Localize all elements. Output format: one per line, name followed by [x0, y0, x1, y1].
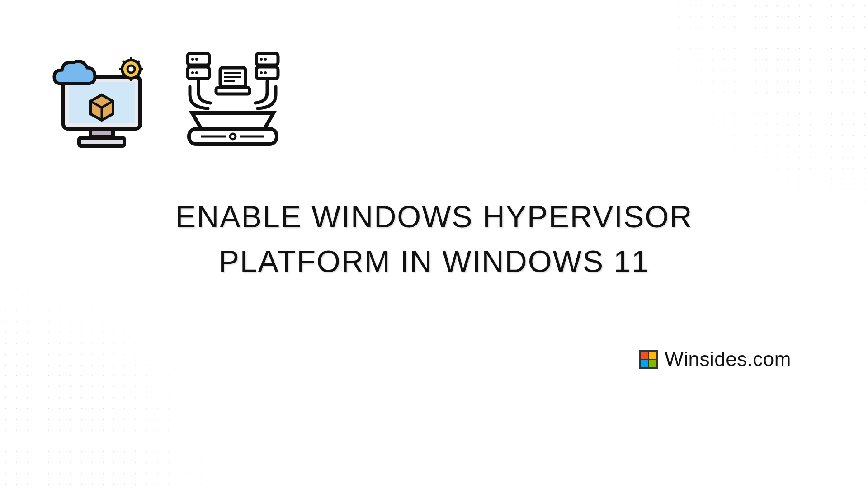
decorative-dots-top-right — [642, 0, 868, 226]
svg-line-12 — [123, 61, 125, 63]
svg-rect-17 — [188, 67, 209, 79]
svg-rect-18 — [256, 53, 278, 65]
svg-rect-3 — [79, 138, 124, 146]
svg-point-27 — [264, 71, 267, 74]
svg-point-7 — [127, 66, 135, 73]
brand-name: Winsides.com — [665, 348, 791, 371]
cloud-computer-icon — [50, 50, 154, 149]
winsides-logo-icon — [639, 350, 658, 369]
svg-rect-19 — [256, 67, 278, 79]
svg-line-15 — [137, 61, 139, 63]
server-platform-icon — [181, 50, 285, 149]
svg-point-25 — [264, 58, 267, 61]
svg-rect-16 — [188, 53, 209, 65]
svg-rect-2 — [90, 129, 113, 137]
svg-point-23 — [195, 71, 198, 74]
icon-row — [50, 50, 285, 149]
svg-point-20 — [191, 58, 194, 61]
svg-line-13 — [137, 75, 139, 77]
page-title: ENABLE WINDOWS HYPERVISOR PLATFORM IN WI… — [118, 194, 750, 283]
svg-line-14 — [123, 75, 125, 77]
brand: Winsides.com — [639, 348, 791, 371]
svg-rect-29 — [216, 88, 250, 94]
svg-point-22 — [191, 71, 194, 74]
decorative-dots-bottom-left — [0, 262, 226, 488]
svg-point-26 — [260, 71, 263, 74]
svg-point-24 — [260, 58, 263, 61]
svg-point-21 — [195, 58, 198, 61]
